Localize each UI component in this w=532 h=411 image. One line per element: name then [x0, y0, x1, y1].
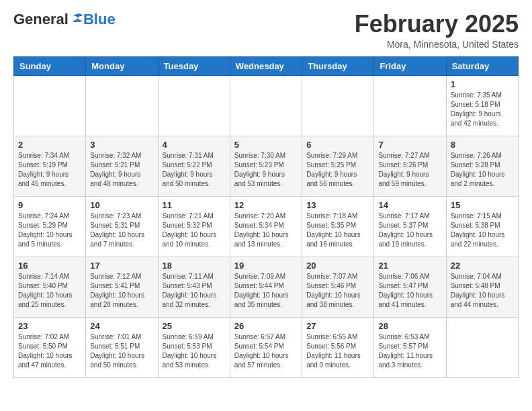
day-info: Sunrise: 7:32 AM Sunset: 5:21 PM Dayligh… [90, 151, 153, 189]
table-cell: 23Sunrise: 7:02 AM Sunset: 5:50 PM Dayli… [14, 317, 86, 377]
table-cell [158, 75, 230, 136]
day-number: 5 [234, 140, 298, 150]
logo-blue-text: Blue [83, 11, 116, 28]
day-info: Sunrise: 7:21 AM Sunset: 5:32 PM Dayligh… [163, 212, 226, 249]
day-info: Sunrise: 6:57 AM Sunset: 5:54 PM Dayligh… [234, 332, 298, 370]
table-cell [446, 317, 518, 377]
table-cell: 19Sunrise: 7:09 AM Sunset: 5:44 PM Dayli… [230, 257, 302, 317]
logo-general-text: General [13, 11, 69, 28]
day-info: Sunrise: 7:04 AM Sunset: 5:48 PM Dayligh… [451, 272, 514, 310]
header-area: General Blue February 2025 Mora, Minneso… [13, 11, 519, 50]
col-sunday: Sunday [14, 56, 86, 75]
col-tuesday: Tuesday [158, 56, 230, 75]
day-number: 4 [163, 140, 226, 150]
day-info: Sunrise: 7:14 AM Sunset: 5:40 PM Dayligh… [18, 272, 81, 310]
day-number: 23 [18, 321, 81, 331]
page: General Blue February 2025 Mora, Minneso… [0, 0, 532, 389]
table-cell: 15Sunrise: 7:15 AM Sunset: 5:38 PM Dayli… [446, 196, 518, 257]
day-info: Sunrise: 7:12 AM Sunset: 5:41 PM Dayligh… [90, 272, 153, 310]
table-cell: 3Sunrise: 7:32 AM Sunset: 5:21 PM Daylig… [86, 136, 158, 196]
col-thursday: Thursday [302, 56, 374, 75]
table-cell [302, 75, 374, 136]
col-friday: Friday [374, 56, 446, 75]
table-cell: 5Sunrise: 7:30 AM Sunset: 5:23 PM Daylig… [230, 136, 302, 196]
day-number: 2 [18, 140, 81, 150]
day-number: 19 [234, 261, 298, 271]
week-row-2: 2Sunrise: 7:34 AM Sunset: 5:19 PM Daylig… [14, 136, 519, 196]
day-number: 3 [90, 140, 153, 150]
table-cell: 6Sunrise: 7:29 AM Sunset: 5:25 PM Daylig… [302, 136, 374, 196]
day-number: 14 [378, 200, 441, 210]
table-cell: 7Sunrise: 7:27 AM Sunset: 5:26 PM Daylig… [374, 136, 446, 196]
day-info: Sunrise: 7:30 AM Sunset: 5:23 PM Dayligh… [234, 151, 298, 189]
day-info: Sunrise: 6:53 AM Sunset: 5:57 PM Dayligh… [378, 332, 441, 370]
day-number: 10 [90, 200, 153, 210]
day-info: Sunrise: 7:07 AM Sunset: 5:46 PM Dayligh… [306, 272, 369, 310]
table-cell: 11Sunrise: 7:21 AM Sunset: 5:32 PM Dayli… [158, 196, 230, 257]
day-info: Sunrise: 7:23 AM Sunset: 5:31 PM Dayligh… [90, 212, 153, 249]
day-info: Sunrise: 7:20 AM Sunset: 5:34 PM Dayligh… [234, 212, 298, 249]
day-info: Sunrise: 7:17 AM Sunset: 5:37 PM Dayligh… [378, 212, 441, 249]
day-info: Sunrise: 7:18 AM Sunset: 5:35 PM Dayligh… [306, 212, 369, 249]
day-number: 13 [306, 200, 369, 210]
day-info: Sunrise: 7:15 AM Sunset: 5:38 PM Dayligh… [451, 212, 514, 249]
calendar-table: Sunday Monday Tuesday Wednesday Thursday… [13, 56, 519, 378]
title-area: February 2025 Mora, Minnesota, United St… [355, 11, 519, 50]
col-monday: Monday [86, 56, 158, 75]
day-info: Sunrise: 7:26 AM Sunset: 5:28 PM Dayligh… [451, 151, 514, 189]
day-info: Sunrise: 6:55 AM Sunset: 5:56 PM Dayligh… [306, 332, 369, 370]
logo-bird-icon [70, 11, 83, 25]
logo-text: General Blue [13, 11, 116, 28]
day-info: Sunrise: 7:09 AM Sunset: 5:44 PM Dayligh… [234, 272, 298, 310]
table-cell: 8Sunrise: 7:26 AM Sunset: 5:28 PM Daylig… [446, 136, 518, 196]
table-cell: 9Sunrise: 7:24 AM Sunset: 5:29 PM Daylig… [14, 196, 86, 257]
table-cell: 13Sunrise: 7:18 AM Sunset: 5:35 PM Dayli… [302, 196, 374, 257]
table-cell: 28Sunrise: 6:53 AM Sunset: 5:57 PM Dayli… [374, 317, 446, 377]
day-info: Sunrise: 7:01 AM Sunset: 5:51 PM Dayligh… [90, 332, 153, 370]
day-number: 25 [163, 321, 226, 331]
day-info: Sunrise: 7:11 AM Sunset: 5:43 PM Dayligh… [163, 272, 226, 310]
location-subtitle: Mora, Minnesota, United States [355, 39, 519, 50]
table-cell [374, 75, 446, 136]
table-cell: 4Sunrise: 7:31 AM Sunset: 5:22 PM Daylig… [158, 136, 230, 196]
table-cell [14, 75, 86, 136]
table-cell: 21Sunrise: 7:06 AM Sunset: 5:47 PM Dayli… [374, 257, 446, 317]
table-cell: 16Sunrise: 7:14 AM Sunset: 5:40 PM Dayli… [14, 257, 86, 317]
day-number: 17 [90, 261, 153, 271]
table-cell: 18Sunrise: 7:11 AM Sunset: 5:43 PM Dayli… [158, 257, 230, 317]
table-cell: 14Sunrise: 7:17 AM Sunset: 5:37 PM Dayli… [374, 196, 446, 257]
day-number: 8 [451, 140, 514, 150]
table-cell: 12Sunrise: 7:20 AM Sunset: 5:34 PM Dayli… [230, 196, 302, 257]
day-info: Sunrise: 7:35 AM Sunset: 5:18 PM Dayligh… [451, 91, 514, 128]
table-cell: 22Sunrise: 7:04 AM Sunset: 5:48 PM Dayli… [446, 257, 518, 317]
table-cell: 17Sunrise: 7:12 AM Sunset: 5:41 PM Dayli… [86, 257, 158, 317]
day-number: 16 [18, 261, 81, 271]
table-cell: 25Sunrise: 6:59 AM Sunset: 5:53 PM Dayli… [158, 317, 230, 377]
day-number: 11 [163, 200, 226, 210]
table-cell: 10Sunrise: 7:23 AM Sunset: 5:31 PM Dayli… [86, 196, 158, 257]
table-cell: 2Sunrise: 7:34 AM Sunset: 5:19 PM Daylig… [14, 136, 86, 196]
day-info: Sunrise: 7:02 AM Sunset: 5:50 PM Dayligh… [18, 332, 81, 370]
days-of-week-row: Sunday Monday Tuesday Wednesday Thursday… [14, 56, 519, 75]
table-cell [86, 75, 158, 136]
day-number: 12 [234, 200, 298, 210]
day-info: Sunrise: 7:31 AM Sunset: 5:22 PM Dayligh… [163, 151, 226, 189]
day-info: Sunrise: 7:29 AM Sunset: 5:25 PM Dayligh… [306, 151, 369, 189]
table-cell: 1Sunrise: 7:35 AM Sunset: 5:18 PM Daylig… [446, 75, 518, 136]
day-number: 24 [90, 321, 153, 331]
week-row-5: 23Sunrise: 7:02 AM Sunset: 5:50 PM Dayli… [14, 317, 519, 377]
table-cell: 24Sunrise: 7:01 AM Sunset: 5:51 PM Dayli… [86, 317, 158, 377]
table-cell: 27Sunrise: 6:55 AM Sunset: 5:56 PM Dayli… [302, 317, 374, 377]
day-number: 9 [18, 200, 81, 210]
day-info: Sunrise: 7:34 AM Sunset: 5:19 PM Dayligh… [18, 151, 81, 189]
week-row-3: 9Sunrise: 7:24 AM Sunset: 5:29 PM Daylig… [14, 196, 519, 257]
day-number: 26 [234, 321, 298, 331]
day-number: 28 [378, 321, 441, 331]
day-info: Sunrise: 6:59 AM Sunset: 5:53 PM Dayligh… [163, 332, 226, 370]
day-number: 18 [163, 261, 226, 271]
day-number: 6 [306, 140, 369, 150]
logo: General Blue [13, 11, 116, 28]
day-number: 21 [378, 261, 441, 271]
day-number: 1 [451, 79, 514, 89]
day-info: Sunrise: 7:27 AM Sunset: 5:26 PM Dayligh… [378, 151, 441, 189]
